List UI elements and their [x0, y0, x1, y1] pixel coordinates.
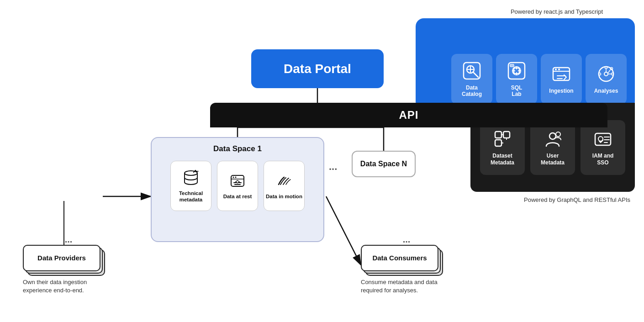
data-portal-box: Data Portal — [251, 49, 384, 88]
dataset-metadata-card: DatasetMetadata — [480, 120, 525, 175]
data-at-rest-card: Data at rest — [217, 161, 258, 211]
svg-point-30 — [605, 66, 607, 69]
data-in-motion-icon — [275, 172, 293, 190]
technical-metadata-label: Technicalmetadata — [179, 190, 203, 203]
data-space-1-icons: Technicalmetadata Data at rest — [170, 161, 305, 211]
data-in-motion-label: Data in motion — [266, 194, 302, 200]
sql-lab-card: SQLLab — [496, 54, 537, 104]
data-consumers-stack: Data Consumers — [361, 245, 441, 274]
svg-point-25 — [558, 69, 560, 70]
api-title: API — [399, 109, 418, 121]
ingestion-icon — [551, 64, 571, 84]
data-catalog-label: DataCatalog — [462, 84, 482, 98]
svg-point-54 — [235, 177, 237, 178]
powered-graphql-label: Powered by GraphQL and RESTful APIs — [524, 196, 630, 203]
svg-point-44 — [556, 132, 560, 137]
spaces-dots: ... — [329, 161, 337, 173]
svg-point-24 — [555, 69, 557, 70]
sql-lab-label: SQLLab — [511, 84, 523, 98]
ingestion-label: Ingestion — [549, 88, 573, 94]
data-providers-description: Own their data ingestion experience end-… — [23, 278, 114, 295]
data-space-1-title: Data Space 1 — [213, 144, 262, 153]
data-catalog-card: DataCatalog — [451, 54, 492, 104]
portal-icons-group: DataCatalog SQLLab — [451, 54, 627, 104]
diagram-container: Powered by react.js and Typescript DataC… — [0, 0, 644, 322]
data-providers-stack: Data Providers — [23, 245, 103, 274]
powered-react-label: Powered by react.js and Typescript — [511, 8, 603, 15]
svg-line-35 — [608, 69, 611, 73]
data-space-n-title: Data Space N — [360, 160, 407, 168]
analyses-icon — [596, 64, 616, 84]
data-in-motion-card: Data in motion — [264, 161, 305, 211]
iam-sso-card: IAM andSSO — [581, 120, 625, 175]
analyses-card: Analyses — [586, 54, 627, 104]
data-at-rest-icon — [228, 172, 247, 190]
dataset-metadata-label: DatasetMetadata — [491, 153, 514, 166]
svg-line-10 — [473, 72, 478, 77]
svg-point-29 — [604, 72, 608, 76]
svg-point-53 — [233, 177, 234, 178]
user-metadata-label: UserMetadata — [541, 153, 565, 166]
providers-dots: ... — [23, 234, 114, 245]
data-consumers-label: Data Consumers — [361, 245, 438, 271]
dataset-metadata-icon — [492, 129, 512, 149]
svg-rect-13 — [508, 63, 525, 79]
api-bar: API — [210, 103, 607, 127]
technical-metadata-icon — [182, 169, 200, 187]
sql-lab-icon — [507, 61, 527, 81]
consumers-dots: ... — [361, 234, 452, 245]
data-providers-label: Data Providers — [23, 245, 100, 271]
analyses-label: Analyses — [594, 88, 618, 94]
svg-rect-39 — [495, 140, 501, 146]
svg-point-31 — [612, 73, 614, 75]
iam-sso-label: IAM andSSO — [592, 153, 614, 166]
iam-sso-icon — [593, 129, 613, 149]
blue-portal-panel: DataCatalog SQLLab — [416, 18, 635, 110]
data-catalog-icon — [462, 61, 482, 81]
svg-point-32 — [599, 73, 601, 75]
data-at-rest-label: Data at rest — [223, 194, 252, 200]
user-metadata-icon — [543, 129, 563, 149]
data-space-1-box: Data Space 1 Technicalmetadata — [151, 137, 324, 242]
technical-metadata-card: Technicalmetadata — [170, 161, 211, 211]
svg-rect-38 — [503, 132, 510, 138]
data-space-n-box: Data Space N — [352, 151, 416, 177]
data-consumers-description: Consume metadata and data required for a… — [361, 278, 452, 295]
user-metadata-card: UserMetadata — [530, 120, 575, 175]
svg-point-50 — [185, 171, 197, 175]
data-consumers-group: ... Data Consumers Consume metadata and … — [361, 237, 452, 295]
svg-rect-37 — [495, 132, 501, 138]
data-portal-title: Data Portal — [284, 62, 351, 76]
svg-line-5 — [326, 196, 361, 265]
data-providers-group: ... Data Providers Own their data ingest… — [23, 237, 114, 295]
ingestion-card: Ingestion — [541, 54, 582, 104]
